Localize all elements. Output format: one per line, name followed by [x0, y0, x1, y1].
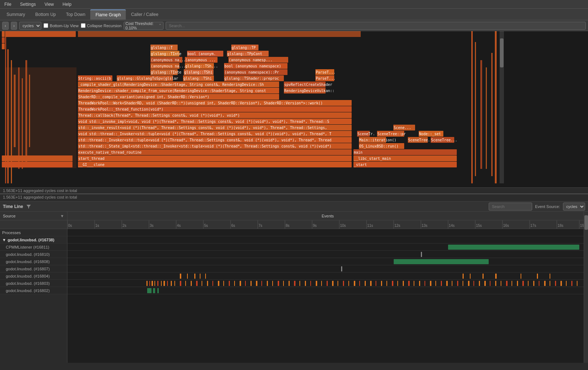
- thread-row-16803[interactable]: godot.linuxbsd. (#16803): [0, 280, 67, 287]
- svg-rect-196: [240, 281, 241, 286]
- flamegraph-svg: glslang::T glslang::TP glslang::TInte bo…: [0, 31, 588, 194]
- flamegraph-status: 1.563E+11 aggregated cycles cost in tota…: [0, 194, 588, 201]
- bottom-up-checkbox[interactable]: [44, 23, 48, 28]
- forward-button[interactable]: ›: [11, 22, 17, 30]
- events-column-header: Events: [67, 212, 588, 220]
- svg-rect-163: [180, 274, 181, 279]
- activity-cpmm[interactable]: [67, 244, 588, 251]
- thread-row-16804[interactable]: godot.linuxbsd. (#16804): [0, 273, 67, 280]
- process-group-row[interactable]: ▼ godot.linuxbsd. (#16738): [0, 236, 67, 244]
- activity-16804[interactable]: [67, 273, 588, 280]
- tab-top-down[interactable]: Top Down: [61, 10, 90, 19]
- svg-text:Main::iteration(): Main::iteration(): [359, 138, 396, 142]
- timeline-right-panel[interactable]: Events 0s 1s 2s 3s 4s 5s: [67, 212, 588, 363]
- svg-text:15s: 15s: [476, 224, 482, 228]
- thread-row-16810[interactable]: godot.linuxbsd. (#16810): [0, 251, 67, 258]
- tab-bottom-up[interactable]: Bottom Up: [30, 10, 61, 19]
- svg-rect-252: [544, 281, 546, 286]
- svg-rect-9: [150, 45, 178, 50]
- svg-text:_compile_shader_glsl(Rendering: _compile_shader_glsl(RenderingDevice::Sh…: [78, 83, 264, 87]
- svg-rect-175: [146, 281, 148, 286]
- svg-text:9s: 9s: [313, 224, 317, 228]
- svg-rect-213: [332, 281, 334, 286]
- svg-rect-11: [231, 45, 258, 50]
- collapse-recursion-checkbox[interactable]: [81, 23, 86, 28]
- svg-text:start_thread: start_thread: [78, 157, 104, 161]
- thread-row-16808[interactable]: godot.linuxbsd. (#16808): [0, 258, 67, 265]
- svg-rect-7: [29, 75, 30, 147]
- svg-rect-43: [183, 75, 214, 81]
- svg-rect-115: [2, 37, 5, 43]
- tab-summary[interactable]: Summary: [1, 10, 30, 19]
- metric-select[interactable]: cycles: [19, 22, 41, 30]
- svg-text:(anonymous namesp...: (anonymous namesp...: [229, 58, 272, 62]
- svg-text:Thread::callback(Thread*, Thre: Thread::callback(Thread*, Thread::Settin…: [78, 113, 240, 117]
- svg-rect-3: [14, 75, 16, 147]
- timeline-search-input[interactable]: [489, 203, 532, 211]
- toolbar: ‹ › cycles Bottom-Up View Collapse Recur…: [0, 20, 588, 31]
- svg-rect-111: [486, 67, 487, 169]
- svg-text:EditorNode::Edito: EditorNode::Edito: [20, 157, 57, 161]
- svg-rect-261: [157, 288, 159, 293]
- thread-row-16802[interactable]: godot.linuxbsd. (#16802): [0, 287, 67, 294]
- tab-caller-callee[interactable]: Caller / Callee: [126, 10, 163, 19]
- svg-rect-253: [550, 281, 550, 286]
- source-header: Source ▼: [0, 212, 67, 220]
- scrollbar-thumb[interactable]: [584, 215, 588, 230]
- back-button[interactable]: ‹: [2, 22, 9, 30]
- svg-rect-6: [25, 60, 27, 162]
- timeline-scrollbar[interactable]: [584, 212, 588, 363]
- svg-rect-114: [2, 31, 5, 37]
- filter-icon[interactable]: [26, 204, 31, 209]
- svg-text:glslang::T: glslang::T: [151, 46, 173, 50]
- svg-rect-208: [305, 281, 306, 286]
- bottom-up-checkbox-label[interactable]: Bottom-Up View: [44, 23, 78, 28]
- activity-16808[interactable]: [67, 258, 588, 265]
- collapse-recursion-checkbox-label[interactable]: Collapse Recursion: [81, 23, 121, 28]
- svg-rect-23: [228, 57, 288, 63]
- menu-view[interactable]: View: [43, 1, 55, 8]
- flamegraph-canvas[interactable]: glslang::T glslang::TP glslang::TInte bo…: [0, 31, 588, 194]
- activity-16803[interactable]: [67, 280, 588, 287]
- menu-file[interactable]: File: [3, 1, 13, 8]
- activity-16807[interactable]: [67, 265, 588, 273]
- ruler-svg: 0s 1s 2s 3s 4s 5s 6s 7s 8s: [67, 220, 588, 229]
- svg-rect-244: [501, 281, 501, 286]
- svg-rect-29: [224, 63, 287, 69]
- activity-16802[interactable]: [67, 287, 588, 294]
- svg-rect-239: [473, 281, 474, 286]
- source-sort-icon[interactable]: ▼: [60, 214, 64, 218]
- svg-rect-93: [353, 149, 457, 155]
- svg-rect-112: [491, 53, 493, 176]
- svg-rect-113: [495, 31, 497, 183]
- thread-row-16811[interactable]: CPMMListener (#16811): [0, 244, 67, 251]
- svg-rect-0: [5, 31, 6, 183]
- svg-rect-107: [5, 67, 76, 168]
- svg-rect-183: [171, 281, 172, 286]
- menu-help[interactable]: Help: [61, 1, 73, 8]
- activity-16804-svg: [67, 273, 588, 280]
- svg-rect-205: [289, 281, 290, 286]
- svg-rect-105: [353, 162, 457, 167]
- svg-rect-218: [359, 281, 360, 286]
- activity-16810[interactable]: [67, 251, 588, 258]
- svg-text:glslang::TShi: glslang::TShi: [183, 76, 212, 80]
- group-track: [67, 236, 588, 244]
- svg-rect-45: [224, 75, 284, 81]
- svg-rect-97: [78, 155, 352, 161]
- svg-rect-35: [224, 69, 287, 75]
- svg-text:12s: 12s: [394, 224, 400, 228]
- thread-row-16807[interactable]: godot.linuxbsd. (#16807): [0, 265, 67, 273]
- svg-text:bool (anonym.: bool (anonym.: [187, 52, 216, 56]
- svg-rect-109: [475, 42, 476, 176]
- svg-text:16s: 16s: [503, 224, 509, 228]
- tab-flame-graph[interactable]: Flame Graph: [90, 9, 126, 20]
- svg-text:Node::_set: Node::_set: [419, 132, 441, 136]
- svg-rect-241: [484, 281, 486, 286]
- event-source-select[interactable]: cycles: [563, 203, 585, 211]
- menu-settings[interactable]: Settings: [18, 1, 37, 8]
- search-input[interactable]: [166, 22, 586, 30]
- threshold-display[interactable]: Cost Threshold: 0.10% ⌃: [124, 22, 163, 30]
- svg-rect-167: [205, 274, 206, 279]
- svg-rect-176: [149, 281, 150, 286]
